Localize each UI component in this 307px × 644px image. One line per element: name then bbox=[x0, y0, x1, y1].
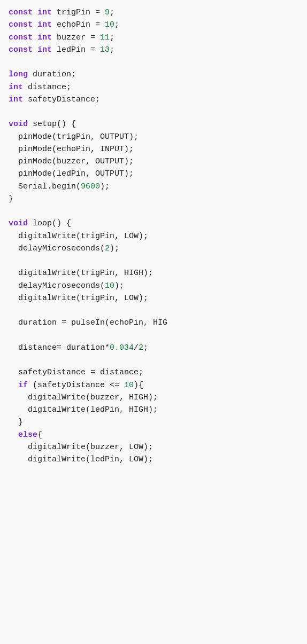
token-plain: ; bbox=[110, 8, 114, 17]
token-plain: digitalWrite(trigPin, HIGH); bbox=[9, 269, 153, 278]
code-line: digitalWrite(buzzer, HIGH); bbox=[9, 391, 307, 404]
code-line: digitalWrite(trigPin, LOW); bbox=[9, 230, 307, 242]
code-line: const int echoPin = 10; bbox=[9, 19, 307, 31]
token-kw-else: else bbox=[9, 430, 37, 439]
token-num: 0.034 bbox=[110, 343, 134, 352]
token-kw-void: void bbox=[9, 120, 33, 129]
token-plain: ; bbox=[110, 45, 114, 54]
code-block: const int trigPin = 9;const int echoPin … bbox=[9, 6, 307, 466]
code-line: digitalWrite(ledPin, LOW); bbox=[9, 453, 307, 466]
token-num: 13 bbox=[100, 45, 110, 54]
token-plain: digitalWrite(trigPin, LOW); bbox=[9, 294, 148, 303]
token-plain: delayMicroseconds( bbox=[9, 281, 105, 290]
token-plain: delayMicroseconds( bbox=[9, 244, 105, 253]
code-line: delayMicroseconds(10); bbox=[9, 280, 307, 292]
code-line: void setup() { bbox=[9, 118, 307, 130]
token-kw-const: const bbox=[9, 8, 37, 17]
token-num: 2 bbox=[105, 244, 110, 253]
token-plain: ; bbox=[114, 20, 119, 29]
token-kw-int: int bbox=[37, 33, 57, 42]
token-plain: distance; bbox=[28, 83, 71, 92]
token-num: 2 bbox=[139, 343, 143, 352]
code-line: digitalWrite(trigPin, HIGH); bbox=[9, 267, 307, 279]
token-plain: ; bbox=[143, 343, 148, 352]
token-plain: ); bbox=[100, 182, 110, 191]
code-line: } bbox=[9, 193, 307, 205]
code-line: pinMode(echoPin, INPUT); bbox=[9, 143, 307, 155]
code-line: int safetyDistance; bbox=[9, 93, 307, 106]
code-line bbox=[9, 255, 307, 267]
token-kw-int: int bbox=[9, 95, 28, 104]
token-kw-int: int bbox=[9, 83, 28, 92]
code-line: digitalWrite(buzzer, LOW); bbox=[9, 441, 307, 453]
token-kw-const: const bbox=[9, 20, 37, 29]
code-line: pinMode(trigPin, OUTPUT); bbox=[9, 131, 307, 143]
token-num: 10 bbox=[105, 20, 114, 29]
code-line: int distance; bbox=[9, 81, 307, 93]
code-line: pinMode(ledPin, OUTPUT); bbox=[9, 168, 307, 180]
code-line: digitalWrite(ledPin, HIGH); bbox=[9, 404, 307, 416]
token-num: 11 bbox=[100, 33, 110, 42]
code-line: digitalWrite(trigPin, LOW); bbox=[9, 292, 307, 304]
token-kw-int: int bbox=[37, 8, 57, 17]
code-line: } bbox=[9, 416, 307, 428]
token-plain: pinMode(trigPin, OUTPUT); bbox=[9, 132, 139, 142]
token-plain: ); bbox=[110, 244, 119, 253]
token-kw-if: if bbox=[9, 381, 33, 390]
token-plain: digitalWrite(buzzer, HIGH); bbox=[9, 393, 158, 402]
token-plain: ); bbox=[114, 281, 124, 290]
token-plain: / bbox=[134, 343, 139, 352]
code-line bbox=[9, 106, 307, 118]
code-line: else{ bbox=[9, 429, 307, 441]
token-plain: ledPin = bbox=[57, 45, 100, 54]
token-plain: trigPin = bbox=[57, 8, 105, 17]
token-num: 10 bbox=[124, 381, 134, 390]
code-line: void loop() { bbox=[9, 217, 307, 230]
token-kw-long: long bbox=[9, 70, 33, 79]
token-num: 9600 bbox=[81, 182, 100, 191]
token-plain: digitalWrite(trigPin, LOW); bbox=[9, 232, 148, 241]
token-kw-int: int bbox=[37, 45, 57, 54]
code-line: distance= duration*0.034/2; bbox=[9, 342, 307, 354]
code-line: const int trigPin = 9; bbox=[9, 6, 307, 19]
code-container: const int trigPin = 9;const int echoPin … bbox=[0, 0, 307, 644]
token-num: 9 bbox=[105, 8, 110, 17]
code-line: long duration; bbox=[9, 68, 307, 81]
token-plain: duration = pulseIn(echoPin, HIG bbox=[9, 318, 167, 327]
code-line: duration = pulseIn(echoPin, HIG bbox=[9, 317, 307, 329]
token-plain: digitalWrite(ledPin, LOW); bbox=[9, 455, 153, 464]
code-line: const int buzzer = 11; bbox=[9, 32, 307, 44]
token-kw-int: int bbox=[37, 20, 57, 29]
token-plain: (safetyDistance <= bbox=[33, 381, 124, 390]
token-plain: pinMode(buzzer, OUTPUT); bbox=[9, 157, 134, 166]
code-line bbox=[9, 304, 307, 317]
token-kw-const: const bbox=[9, 33, 37, 42]
token-plain: distance= duration* bbox=[9, 343, 110, 352]
code-line: const int ledPin = 13; bbox=[9, 44, 307, 56]
token-plain: ; bbox=[110, 33, 114, 42]
code-line bbox=[9, 56, 307, 68]
token-plain: setup() { bbox=[33, 120, 76, 129]
token-plain: Serial.begin( bbox=[9, 182, 81, 191]
token-plain: } bbox=[9, 194, 13, 203]
code-line bbox=[9, 354, 307, 366]
token-plain: pinMode(echoPin, INPUT); bbox=[9, 145, 134, 154]
code-line: if (safetyDistance <= 10){ bbox=[9, 379, 307, 391]
token-kw-void: void bbox=[9, 219, 33, 228]
token-plain: echoPin = bbox=[57, 20, 105, 29]
token-plain: loop() { bbox=[33, 219, 71, 228]
code-line bbox=[9, 205, 307, 217]
code-line bbox=[9, 329, 307, 342]
code-line: pinMode(buzzer, OUTPUT); bbox=[9, 155, 307, 168]
token-plain: digitalWrite(ledPin, HIGH); bbox=[9, 405, 158, 414]
token-kw-const: const bbox=[9, 45, 37, 54]
token-plain: pinMode(ledPin, OUTPUT); bbox=[9, 169, 134, 178]
token-plain: safetyDistance; bbox=[28, 95, 100, 104]
token-num: 10 bbox=[105, 281, 114, 290]
token-plain: safetyDistance = distance; bbox=[9, 368, 143, 377]
token-plain: duration; bbox=[33, 70, 76, 79]
token-plain: } bbox=[9, 418, 23, 427]
token-plain: { bbox=[37, 430, 42, 439]
code-line: Serial.begin(9600); bbox=[9, 180, 307, 193]
token-plain: buzzer = bbox=[57, 33, 100, 42]
